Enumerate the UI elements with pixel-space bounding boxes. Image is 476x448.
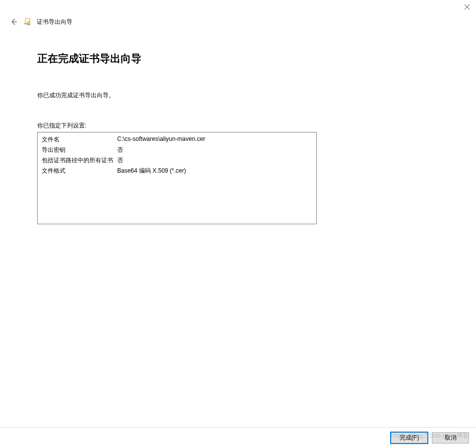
back-button[interactable] <box>9 17 19 27</box>
setting-label: 包括证书路径中的所有证书 <box>42 155 117 166</box>
table-row: 文件格式 Base64 编码 X.509 (*.cer) <box>42 166 312 176</box>
close-button[interactable] <box>462 2 472 12</box>
setting-label: 文件格式 <box>42 166 117 176</box>
finish-button[interactable]: 完成(F) <box>391 432 428 444</box>
wizard-content: 正在完成证书导出向导 你已成功完成证书导出向导。 你已指定下列设置: 文件名 C… <box>0 27 318 224</box>
cancel-button[interactable]: 取消 <box>432 432 469 444</box>
wizard-footer: 完成(F) 取消 <box>0 427 476 448</box>
success-message: 你已成功完成证书导出向导。 <box>37 91 318 100</box>
titlebar <box>0 0 476 15</box>
table-row: 导出密钥 否 <box>42 145 312 155</box>
setting-value: Base64 编码 X.509 (*.cer) <box>117 166 312 176</box>
setting-value: C:\cs-softwares\aliyun-maven.cer <box>117 134 312 145</box>
settings-label: 你已指定下列设置: <box>37 122 318 130</box>
page-heading: 正在完成证书导出向导 <box>37 52 318 65</box>
settings-table: 文件名 C:\cs-softwares\aliyun-maven.cer 导出密… <box>42 134 312 176</box>
setting-label: 文件名 <box>42 134 117 145</box>
setting-value: 否 <box>117 155 312 166</box>
setting-label: 导出密钥 <box>42 145 117 155</box>
svg-rect-5 <box>24 23 27 24</box>
table-row: 文件名 C:\cs-softwares\aliyun-maven.cer <box>42 134 312 145</box>
setting-value: 否 <box>117 145 312 155</box>
wizard-title: 证书导出向导 <box>37 18 72 26</box>
table-row: 包括证书路径中的所有证书 否 <box>42 155 312 166</box>
certificate-wizard-icon <box>24 18 32 26</box>
settings-box: 文件名 C:\cs-softwares\aliyun-maven.cer 导出密… <box>37 132 317 224</box>
wizard-header: 证书导出向导 <box>0 15 476 27</box>
close-icon <box>465 4 470 9</box>
back-arrow-icon <box>10 18 18 26</box>
svg-point-4 <box>27 21 30 24</box>
